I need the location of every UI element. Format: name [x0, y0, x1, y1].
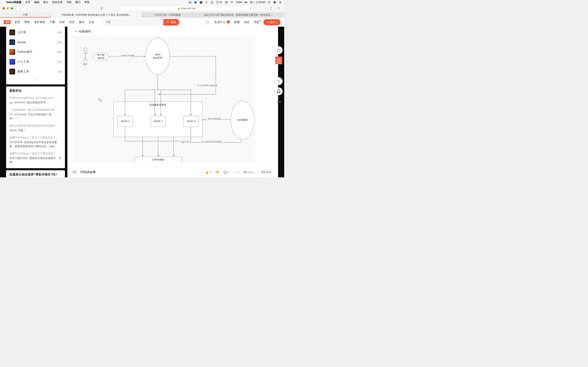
chevron-down-icon: ▾ [276, 21, 277, 24]
nav-feed[interactable]: 动态 [244, 20, 250, 24]
tab-csdn-blog[interactable]: 代码讲故事_CSDN博客-架构师成长之路,个人笔记,前后端领域… [51, 12, 142, 17]
diagram-client: 客户端 浏览器 [93, 52, 109, 61]
menu-history[interactable]: 历史记录 [52, 0, 63, 4]
comment-item[interactable]: 利用ShardingSphere（sharding-proxy…qq_39360… [9, 94, 62, 106]
category-card: 云计算21篇 docker12篇 Python相关28篇 个人工具21篇 极客工… [6, 27, 65, 84]
input-method-icon[interactable]: 拼 [225, 1, 228, 4]
article-bullet: 传输编码 [76, 30, 274, 33]
nav-vip[interactable]: 会员中心 🎁 [214, 20, 230, 24]
status-icon-1[interactable] [189, 1, 191, 4]
comment-item[interactable]: 一分钟快速把一篇论文后面的参考文献…m0_60194399: 可以分享给我吗？谢… [9, 106, 62, 122]
status-icon-3[interactable] [199, 1, 203, 4]
nav-community[interactable]: 社区 [69, 20, 75, 24]
edit-icon: ✎ [277, 79, 280, 83]
architecture-diagram[interactable]: 🔍 用户 客户端 浏览器 nginx gzip压缩 redis集群 后端服务器集… [73, 36, 255, 163]
edit-button[interactable]: ✎ [275, 77, 283, 85]
status-icon-circle[interactable] [210, 1, 214, 4]
comment-button[interactable]: 💬0 [224, 171, 229, 174]
app-name[interactable]: Safari浏览器 [6, 0, 21, 4]
category-item[interactable]: 云计算21篇 [9, 27, 62, 37]
reload-icon[interactable]: ↻ [250, 7, 252, 10]
menu-file[interactable]: 文件 [25, 0, 30, 4]
comment-item[interactable]: 免费PDF转Word？有这几个网站就够了。和风与暖阳倾斜: 都是转出来的还是图片… [9, 150, 62, 166]
lock-icon: 🔒 [177, 7, 180, 10]
dislike-button[interactable]: 👎 [216, 171, 219, 174]
csdn-logo[interactable]: KN [4, 20, 11, 24]
author-avatar[interactable]: 作者 [71, 169, 77, 175]
share-button[interactable] [268, 6, 274, 11]
category-item[interactable]: docker12篇 [9, 37, 62, 47]
clipboard-button[interactable]: 📋 [275, 46, 283, 54]
tabs-button[interactable] [276, 6, 282, 11]
svg-point-12 [274, 1, 276, 3]
search-button[interactable]: 🔍搜索 [163, 19, 179, 25]
nav-blog[interactable]: 博客 [24, 20, 30, 24]
category-item[interactable]: 个人工具21篇 [9, 57, 62, 67]
tab-csdn-search[interactable]: 大文件上传 - CSDN搜索 [142, 12, 193, 17]
forward-button[interactable]: › [24, 6, 30, 11]
avatar-small[interactable] [205, 20, 210, 25]
diagram-server-3: server 3 [183, 116, 199, 127]
promo-cube[interactable]: ? [275, 57, 282, 64]
catalog-button[interactable]: 专栏目录 [258, 169, 274, 175]
sidebar-toggle-button[interactable] [33, 6, 39, 11]
svg-rect-10 [247, 2, 247, 3]
address-bar[interactable]: 🔒 blog.csdn.net ↻ [119, 6, 254, 11]
nav-plugin[interactable]: 插件 [79, 20, 85, 24]
like-button[interactable]: 👍3 [205, 171, 211, 174]
comment-item[interactable]: 轻松实现网页中通过链接跳转到QQ聊天…漂938: 牛批！ [9, 122, 62, 134]
category-icon [9, 69, 15, 75]
report-button[interactable]: ⚐举报 [277, 98, 281, 103]
author-name[interactable]: 代码讲故事 [80, 170, 96, 174]
search-icon: 🔍 [167, 21, 170, 24]
siri-icon[interactable] [273, 1, 276, 4]
star-button[interactable]: ☆0 [234, 171, 239, 174]
status-icon-timer[interactable] [205, 1, 208, 4]
back-button[interactable]: ‹ [17, 6, 24, 11]
site-search: 🔍搜索 [102, 19, 179, 25]
category-item[interactable]: Python相关28篇 [9, 47, 62, 57]
svg-rect-14 [34, 7, 38, 9]
support-button[interactable]: 🎧 [275, 87, 283, 95]
recommend-card: 您愿意向朋友推荐"博客详情页"吗? 😠强烈不推荐 😕不推荐 😐一般般 😊推荐 😄… [6, 170, 65, 177]
wifi-icon[interactable] [230, 1, 233, 4]
close-window-button[interactable] [2, 7, 5, 9]
flag-icon: ⚐ [277, 98, 281, 100]
share-button[interactable]: �share [243, 171, 254, 174]
category-item[interactable]: 极客工具5篇 [9, 67, 62, 76]
nav-fav[interactable]: 收藏 [234, 20, 240, 24]
clock[interactable]: 周二 上午9:00 [250, 1, 265, 4]
nav-course[interactable]: 专栏课程 [34, 20, 45, 24]
battery-icon[interactable] [244, 1, 247, 4]
minimize-window-button[interactable] [7, 7, 9, 9]
control-center-icon[interactable] [279, 1, 282, 4]
write-button[interactable]: ✎创作 ▾ [263, 19, 281, 25]
svg-point-1 [190, 2, 190, 3]
article-bottom-bar: 作者 代码讲故事 👍3 👎 💬0 ☆0 �share 专栏目录 [67, 167, 278, 177]
maximize-window-button[interactable] [11, 7, 13, 9]
menu-view[interactable]: 显示 [43, 0, 48, 4]
status-icon-2[interactable] [194, 1, 197, 4]
search-input[interactable] [102, 19, 163, 25]
svg-point-11 [268, 1, 270, 3]
comment-item[interactable]: 免费PDF转Word？有这几个网站就够了。代码讲故事: 把你的pdf文件发出来给… [9, 134, 62, 150]
zoom-icon[interactable]: 🔍 [98, 98, 102, 102]
nav-download[interactable]: 下载 [49, 20, 55, 24]
menu-help[interactable]: 帮助 [84, 0, 90, 4]
nav-cert[interactable]: 认证 [89, 20, 94, 24]
nav-messages[interactable]: 消息 [254, 20, 259, 24]
article-main: 传输编码 🔍 用户 客户端 浏览器 nginx gzip压缩 redis集群 [67, 27, 278, 177]
expand-categories[interactable]: ⌄ [9, 76, 62, 82]
menu-edit[interactable]: 编辑 [34, 0, 39, 4]
nav-home[interactable]: 首页 [14, 20, 20, 24]
menu-window[interactable]: 窗口 [75, 0, 81, 4]
reader-button[interactable] [98, 6, 105, 11]
nav-qa[interactable]: 问答 [59, 20, 65, 24]
diagram-server-2: server 2 [151, 116, 166, 127]
menu-bookmarks[interactable]: 书签 [66, 0, 72, 4]
star-icon: ☆ [234, 171, 237, 174]
shield-icon[interactable]: 31 [216, 1, 222, 4]
tab-baidu[interactable]: 百度 [0, 12, 51, 17]
spotlight-icon[interactable] [268, 1, 271, 4]
tab-article[interactable]: 超大文件上传下载以及秒传、提速和限速方案完整（包含前后… [193, 12, 284, 17]
